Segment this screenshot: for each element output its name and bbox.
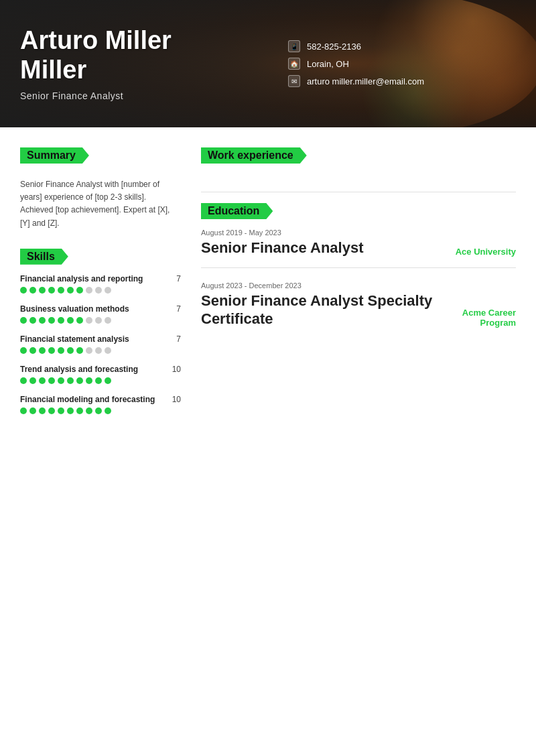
skill-item: Financial modeling and forecasting10 (20, 395, 181, 414)
phone-contact: 📱 582-825-2136 (288, 40, 516, 52)
dot-filled (20, 407, 27, 414)
skill-dots (20, 377, 181, 384)
skill-score: 7 (176, 334, 181, 344)
dot-filled (48, 317, 55, 324)
dot-empty (95, 317, 102, 324)
dot-filled (95, 407, 102, 414)
dot-filled (39, 407, 46, 414)
skill-score: 7 (176, 274, 181, 284)
skills-list: Financial analysis and reporting7Busines… (20, 274, 181, 414)
education-list: August 2019 - May 2023Senior Finance Ana… (201, 229, 516, 328)
skill-header: Financial modeling and forecasting10 (20, 395, 181, 404)
skill-item: Financial statement analysis7 (20, 334, 181, 354)
dot-filled (67, 317, 74, 324)
skill-name: Financial statement analysis (20, 334, 129, 344)
dot-filled (29, 377, 36, 384)
skills-section: Skills Financial analysis and reporting7… (20, 249, 181, 414)
dot-filled (29, 347, 36, 354)
edu-row: Senior Finance AnalystAce University (201, 239, 516, 257)
phone-icon: 📱 (288, 40, 300, 52)
edu-divider (201, 267, 516, 268)
location-icon: 🏠 (288, 58, 300, 70)
dot-filled (95, 377, 102, 384)
dot-filled (20, 377, 27, 384)
dot-empty (86, 287, 92, 294)
section-divider (201, 192, 516, 192)
dot-filled (48, 407, 55, 414)
dot-filled (58, 287, 64, 294)
skills-heading: Skills (20, 249, 68, 265)
header-contact: 📱 582-825-2136 🏠 Lorain, OH ✉ arturo mil… (248, 40, 516, 87)
dot-empty (86, 347, 92, 354)
edu-institution: Acme Career Program (444, 308, 516, 328)
dot-filled (58, 347, 64, 354)
location-text: Lorain, OH (307, 59, 349, 69)
skill-header: Financial analysis and reporting7 (20, 274, 181, 284)
dot-filled (39, 377, 46, 384)
header: Arturo Miller Miller Senior Finance Anal… (0, 0, 536, 127)
edu-institution: Ace University (456, 247, 516, 257)
dot-filled (67, 347, 74, 354)
dot-filled (29, 317, 36, 324)
dot-empty (95, 287, 102, 294)
dot-filled (76, 407, 83, 414)
skill-item: Financial analysis and reporting7 (20, 274, 181, 294)
candidate-title: Senior Finance Analyst (20, 90, 248, 101)
dot-filled (20, 347, 27, 354)
dot-empty (86, 317, 92, 324)
skill-name: Financial modeling and forecasting (20, 395, 155, 404)
edu-date: August 2023 - December 2023 (201, 281, 516, 290)
skill-dots (20, 407, 181, 414)
dot-filled (39, 347, 46, 354)
dot-filled (86, 377, 92, 384)
skill-dots (20, 317, 181, 324)
dot-empty (95, 347, 102, 354)
email-icon: ✉ (288, 75, 300, 87)
skill-score: 10 (172, 365, 181, 374)
education-heading: Education (201, 203, 273, 219)
skill-dots (20, 347, 181, 354)
education-item: August 2023 - December 2023Senior Financ… (201, 281, 516, 328)
dot-empty (105, 347, 111, 354)
work-heading: Work experience (201, 147, 307, 164)
dot-filled (48, 377, 55, 384)
dot-filled (58, 377, 64, 384)
dot-empty (105, 317, 111, 324)
dot-filled (58, 317, 64, 324)
skill-item: Trend analysis and forecasting10 (20, 365, 181, 384)
dot-filled (76, 287, 83, 294)
dot-filled (29, 287, 36, 294)
dot-filled (48, 287, 55, 294)
email-text: arturo miller.miller@email.com (307, 76, 424, 86)
skill-score: 10 (172, 395, 181, 404)
email-contact: ✉ arturo miller.miller@email.com (288, 75, 516, 87)
main-content: Summary Senior Finance Analyst with [num… (0, 127, 536, 445)
header-left: Arturo Miller Miller Senior Finance Anal… (20, 26, 248, 101)
dot-filled (76, 347, 83, 354)
left-column: Summary Senior Finance Analyst with [num… (20, 147, 181, 425)
edu-degree: Senior Finance Analyst (201, 239, 363, 257)
dot-filled (67, 377, 74, 384)
edu-date: August 2019 - May 2023 (201, 229, 516, 237)
skill-name: Financial analysis and reporting (20, 274, 143, 284)
skill-header: Business valuation methods7 (20, 304, 181, 314)
header-content: Arturo Miller Miller Senior Finance Anal… (0, 0, 536, 127)
dot-filled (58, 407, 64, 414)
skill-score: 7 (176, 304, 181, 314)
summary-text: Senior Finance Analyst with [number of y… (20, 178, 181, 230)
skill-header: Financial statement analysis7 (20, 334, 181, 344)
candidate-name: Arturo Miller Miller (20, 26, 248, 84)
dot-empty (105, 287, 111, 294)
dot-filled (20, 287, 27, 294)
skill-header: Trend analysis and forecasting10 (20, 365, 181, 374)
edu-row: Senior Finance Analyst Specialty Certifi… (201, 292, 516, 328)
education-item: August 2019 - May 2023Senior Finance Ana… (201, 229, 516, 268)
dot-filled (67, 407, 74, 414)
skill-name: Trend analysis and forecasting (20, 365, 138, 374)
skill-dots (20, 287, 181, 294)
dot-filled (39, 317, 46, 324)
dot-filled (39, 287, 46, 294)
phone-text: 582-825-2136 (307, 42, 361, 52)
resume-container: Arturo Miller Miller Senior Finance Anal… (0, 0, 536, 756)
summary-heading: Summary (20, 147, 89, 164)
